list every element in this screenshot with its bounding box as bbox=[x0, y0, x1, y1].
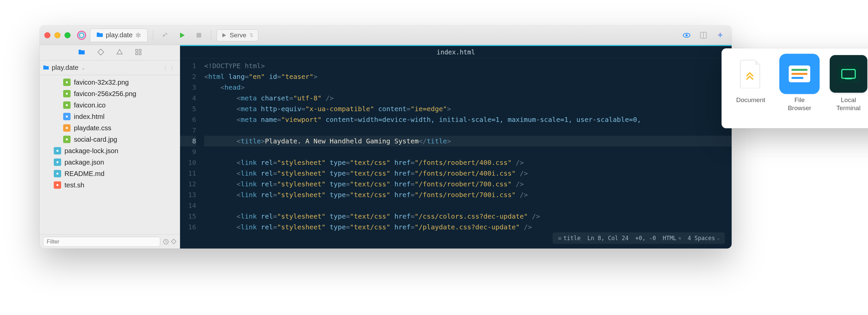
editor-filename: index.html bbox=[437, 49, 475, 56]
file-item[interactable]: favicon-32x32.png bbox=[40, 76, 180, 88]
svg-rect-7 bbox=[136, 50, 138, 52]
file-item[interactable]: favicon.ico bbox=[40, 99, 180, 111]
breadcrumb-label: play.date bbox=[52, 64, 79, 71]
sidebar: play.date ⌄ 〈 〉 favicon-32x32.pngfavicon… bbox=[40, 45, 180, 249]
hammer-build-button[interactable] bbox=[159, 29, 172, 41]
file-type-icon bbox=[63, 113, 70, 120]
filter-input[interactable] bbox=[43, 237, 160, 247]
file-label: README.md bbox=[64, 170, 104, 178]
file-type-icon bbox=[63, 101, 70, 109]
folder-icon bbox=[96, 31, 103, 39]
file-label: package-lock.json bbox=[64, 147, 118, 155]
svg-rect-28 bbox=[845, 78, 852, 79]
popover-item-label: FileBrowser bbox=[788, 96, 811, 112]
serve-task-select[interactable]: Serve ⇅ bbox=[217, 29, 259, 41]
chevron-down-icon: ⌄ bbox=[81, 65, 85, 70]
status-position[interactable]: Ln 8, Col 24 bbox=[587, 235, 628, 242]
file-item[interactable]: social-card.jpg bbox=[40, 134, 180, 145]
svg-rect-2 bbox=[196, 33, 201, 38]
svg-point-17 bbox=[56, 150, 58, 152]
svg-rect-9 bbox=[136, 53, 138, 55]
close-window-button[interactable] bbox=[44, 32, 51, 38]
status-symbol[interactable]: ≡title bbox=[558, 235, 581, 242]
status-diff[interactable]: +0, -0 bbox=[635, 235, 656, 242]
new-item-popover: DocumentFileBrowserLocalTerminalRemoteTe… bbox=[721, 49, 868, 128]
file-label: social-card.jpg bbox=[74, 136, 117, 144]
file-type-icon bbox=[63, 124, 70, 132]
sidebar-tool-tabs bbox=[40, 45, 180, 60]
file-label: index.html bbox=[74, 113, 104, 121]
run-button[interactable] bbox=[175, 29, 189, 41]
code-area[interactable]: <!DOCTYPE html><html lang="en" id="tease… bbox=[199, 58, 732, 249]
file-label: playdate.css bbox=[74, 124, 111, 132]
gutter: 12345678910111213141516 bbox=[180, 58, 199, 249]
popover-item-document[interactable]: Document bbox=[730, 55, 772, 122]
filter-bar bbox=[40, 234, 180, 249]
svg-point-4 bbox=[686, 34, 688, 36]
editor-body[interactable]: 12345678910111213141516 <!DOCTYPE html><… bbox=[180, 58, 732, 249]
maximize-window-button[interactable] bbox=[64, 32, 70, 38]
preview-button[interactable] bbox=[680, 29, 693, 41]
svg-point-12 bbox=[66, 93, 68, 95]
file-item[interactable]: package.json bbox=[40, 157, 180, 168]
svg-rect-23 bbox=[792, 69, 808, 71]
project-tab-label: play.date bbox=[106, 31, 133, 39]
stop-button[interactable] bbox=[192, 29, 206, 41]
file-item[interactable]: favicon-256x256.png bbox=[40, 88, 180, 99]
svg-rect-26 bbox=[838, 65, 859, 82]
titlebar: play.date ✻ Serve ⇅ + bbox=[40, 26, 732, 45]
issues-tab-icon[interactable] bbox=[116, 49, 123, 57]
file-browser-icon bbox=[781, 55, 818, 93]
file-type-icon bbox=[63, 78, 70, 86]
svg-rect-10 bbox=[139, 53, 141, 55]
svg-point-1 bbox=[79, 33, 84, 38]
editor-tab[interactable]: index.html bbox=[180, 45, 732, 58]
svg-point-18 bbox=[56, 161, 58, 163]
symbols-tab-icon[interactable] bbox=[135, 49, 142, 57]
file-label: favicon-32x32.png bbox=[74, 78, 129, 86]
file-item[interactable]: README.md bbox=[40, 168, 180, 179]
files-tab-icon[interactable] bbox=[78, 49, 85, 56]
file-tree: favicon-32x32.pngfavicon-256x256.pngfavi… bbox=[40, 75, 180, 234]
svg-point-13 bbox=[66, 104, 68, 106]
file-label: favicon-256x256.png bbox=[74, 90, 136, 98]
file-item[interactable]: package-lock.json bbox=[40, 145, 180, 157]
scm-tab-icon[interactable] bbox=[97, 49, 104, 57]
file-type-icon bbox=[63, 90, 70, 97]
status-indent[interactable]: 4 Spaces ⌄ bbox=[688, 235, 719, 242]
file-item[interactable]: playdate.css bbox=[40, 122, 180, 134]
file-item[interactable]: test.sh bbox=[40, 179, 180, 191]
app-logo-icon bbox=[76, 30, 87, 40]
layout-button[interactable] bbox=[697, 29, 710, 41]
status-language[interactable]: HTML ⇅ bbox=[663, 235, 681, 242]
svg-point-15 bbox=[66, 127, 68, 129]
popover-item-local-terminal[interactable]: LocalTerminal bbox=[827, 55, 868, 122]
toolbar-divider bbox=[211, 30, 211, 41]
new-item-button[interactable]: + bbox=[713, 29, 727, 41]
document-icon bbox=[732, 55, 770, 93]
svg-point-19 bbox=[56, 172, 58, 175]
serve-label: Serve bbox=[230, 32, 247, 39]
popover-item-label: LocalTerminal bbox=[836, 96, 861, 112]
project-tab[interactable]: play.date ✻ bbox=[90, 29, 148, 42]
popover-item-file-browser[interactable]: FileBrowser bbox=[779, 55, 821, 122]
file-item[interactable]: index.html bbox=[40, 111, 180, 122]
filter-options-icon[interactable] bbox=[163, 239, 176, 245]
breadcrumb[interactable]: play.date ⌄ 〈 〉 bbox=[40, 60, 180, 75]
file-label: test.sh bbox=[64, 181, 84, 189]
traffic-lights bbox=[44, 32, 70, 38]
plus-icon: + bbox=[717, 30, 722, 40]
minimize-window-button[interactable] bbox=[54, 32, 60, 38]
svg-point-11 bbox=[66, 81, 68, 83]
nav-back-button[interactable]: 〈 bbox=[161, 64, 167, 72]
file-type-icon bbox=[63, 136, 70, 143]
svg-rect-8 bbox=[139, 50, 141, 52]
svg-point-16 bbox=[66, 138, 68, 140]
gear-badge-icon: ✻ bbox=[135, 31, 141, 39]
local-terminal-icon bbox=[830, 55, 867, 93]
nav-fwd-button[interactable]: 〉 bbox=[170, 64, 176, 72]
file-type-icon bbox=[54, 181, 61, 189]
status-bar: ≡title Ln 8, Col 24 +0, -0 HTML ⇅ 4 Spac… bbox=[553, 232, 725, 244]
svg-point-14 bbox=[66, 116, 68, 118]
folder-icon bbox=[43, 64, 49, 71]
